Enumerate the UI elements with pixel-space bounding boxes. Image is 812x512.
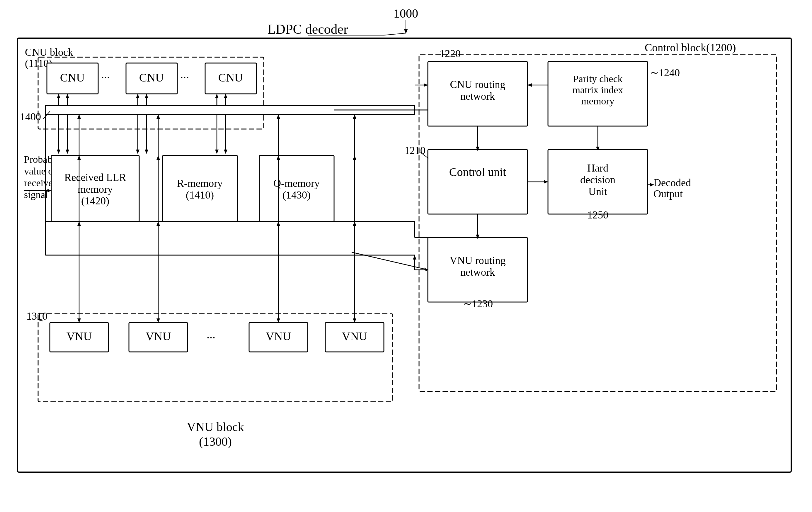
decoded-output-label: Decoded bbox=[654, 177, 691, 189]
svg-text:(1430): (1430) bbox=[283, 189, 311, 201]
vnu2-label: VNU bbox=[146, 330, 171, 343]
r-memory-label: R-memory bbox=[177, 178, 223, 189]
diagram-container: 1000 LDPC decoder Control block(1200) CN… bbox=[0, 0, 812, 512]
vnu4-label: VNU bbox=[342, 330, 368, 343]
svg-text:Unit: Unit bbox=[588, 186, 607, 197]
label-1240: ∼1240 bbox=[650, 67, 680, 79]
cnu-block-label: CNU block bbox=[25, 46, 73, 58]
parity-check-label-1: Parity check bbox=[573, 73, 623, 84]
svg-text:···: ··· bbox=[207, 331, 215, 344]
cnu3-label: CNU bbox=[218, 71, 243, 84]
svg-rect-58 bbox=[428, 150, 527, 214]
bus-1400-label: 1400 bbox=[20, 111, 41, 123]
vnu-block-num: (1300) bbox=[199, 435, 232, 449]
q-memory-label: Q-memory bbox=[273, 178, 320, 189]
label-1230: ∼1230 bbox=[463, 298, 493, 309]
svg-text:network: network bbox=[460, 90, 495, 102]
svg-text:memory: memory bbox=[581, 96, 614, 106]
svg-text:···: ··· bbox=[101, 71, 110, 84]
svg-text:···: ··· bbox=[180, 71, 189, 84]
svg-text:network: network bbox=[460, 266, 495, 278]
svg-text:(1410): (1410) bbox=[186, 189, 214, 201]
label-1210: 1210 bbox=[404, 144, 426, 156]
main-number: 1000 bbox=[394, 7, 418, 20]
vnu-routing-label: VNU routing bbox=[450, 254, 506, 266]
svg-text:memory: memory bbox=[78, 183, 113, 195]
hard-decision-label-1: Hard bbox=[587, 162, 608, 174]
vnu-group-num: 1310 bbox=[26, 310, 48, 322]
received-llr-label: Received LLR bbox=[64, 171, 126, 183]
ldpc-decoder-label: LDPC decoder bbox=[267, 22, 348, 37]
svg-text:Output: Output bbox=[654, 188, 683, 200]
label-1220: 1220 bbox=[440, 48, 461, 59]
cnu2-label: CNU bbox=[139, 71, 164, 84]
control-unit-label: Control unit bbox=[449, 165, 506, 179]
svg-text:(1420): (1420) bbox=[81, 195, 109, 207]
cnu1-label: CNU bbox=[60, 71, 85, 84]
vnu-block-label: VNU block bbox=[187, 420, 244, 434]
cnu-routing-label: CNU routing bbox=[450, 79, 505, 90]
svg-text:decision: decision bbox=[580, 174, 615, 186]
control-block-label: Control block(1200) bbox=[645, 42, 736, 54]
svg-text:matrix index: matrix index bbox=[573, 84, 623, 95]
label-1250: 1250 bbox=[587, 209, 608, 221]
vnu3-label: VNU bbox=[266, 330, 291, 343]
vnu1-label: VNU bbox=[66, 330, 92, 343]
